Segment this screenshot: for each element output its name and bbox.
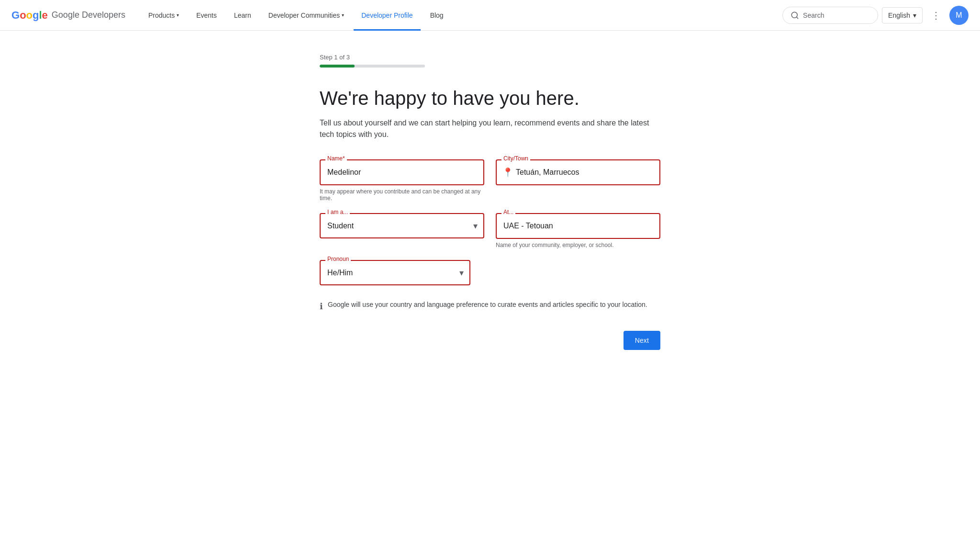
iam-field-group: I am a... Student Professional Educator …	[320, 213, 484, 238]
search-box[interactable]: Search	[782, 7, 878, 24]
language-button[interactable]: English ▾	[882, 7, 923, 23]
name-group: Name* It may appear where you contribute…	[320, 159, 484, 202]
page-subheading: Tell us about yourself and we can start …	[320, 117, 660, 140]
form-row-2: I am a... Student Professional Educator …	[320, 213, 660, 248]
progress-bar	[320, 65, 425, 68]
city-label: City/Town	[501, 155, 530, 162]
nav-link-learn[interactable]: Learn	[226, 0, 259, 31]
main-content: Step 1 of 3 We're happy to have you here…	[308, 31, 672, 388]
step-label: Step 1 of 3	[320, 54, 660, 61]
nav-logo[interactable]: Google Google Developers	[11, 9, 125, 22]
nav-link-communities[interactable]: Developer Communities ▾	[261, 0, 352, 31]
chevron-down-icon: ▾	[177, 12, 179, 18]
page-heading: We're happy to have you here.	[320, 87, 660, 110]
city-input[interactable]	[496, 159, 660, 185]
name-field-group: Name*	[320, 159, 484, 185]
at-label: At...	[501, 209, 515, 215]
nav-logo-text: Google Developers	[52, 10, 125, 20]
main-nav: Google Google Developers Products ▾ Even…	[0, 0, 980, 31]
form-row-1: Name* It may appear where you contribute…	[320, 159, 660, 202]
iam-label: I am a...	[325, 209, 350, 215]
search-placeholder: Search	[803, 11, 824, 19]
at-field-group: At...	[496, 213, 660, 239]
search-icon	[791, 11, 799, 20]
city-group: City/Town 📍	[496, 159, 660, 202]
name-label: Name*	[325, 155, 347, 162]
pronoun-field-group: Pronoun He/Him She/Her They/Them Prefer …	[320, 260, 470, 285]
svg-line-1	[797, 17, 798, 18]
info-note: ℹ Google will use your country and langu…	[320, 301, 660, 312]
next-button[interactable]: Next	[624, 331, 660, 350]
info-icon: ℹ	[320, 301, 323, 312]
nav-links: Products ▾ Events Learn Developer Commun…	[141, 0, 782, 31]
nav-link-products[interactable]: Products ▾	[141, 0, 187, 31]
pronoun-label: Pronoun	[325, 256, 351, 262]
avatar[interactable]: M	[949, 6, 969, 25]
progress-bar-fill	[320, 65, 355, 68]
chevron-down-icon: ▾	[913, 11, 916, 19]
at-input[interactable]	[496, 213, 660, 239]
google-logo: Google	[11, 9, 48, 22]
iam-select[interactable]: Student Professional Educator Hobbyist O…	[320, 213, 484, 238]
name-input[interactable]	[320, 159, 484, 185]
at-group: At... Name of your community, employer, …	[496, 213, 660, 248]
chevron-down-icon: ▾	[342, 12, 344, 18]
city-field-group: City/Town 📍	[496, 159, 660, 185]
at-hint: Name of your community, employer, or sch…	[496, 242, 660, 248]
nav-right: Search English ▾ ⋮ M	[782, 6, 969, 25]
more-options-button[interactable]: ⋮	[926, 6, 946, 25]
nav-link-blog[interactable]: Blog	[423, 0, 451, 31]
nav-link-events[interactable]: Events	[189, 0, 224, 31]
nav-link-profile[interactable]: Developer Profile	[354, 0, 420, 31]
iam-group: I am a... Student Professional Educator …	[320, 213, 484, 248]
pronoun-group: Pronoun He/Him She/Her They/Them Prefer …	[320, 260, 470, 285]
location-icon: 📍	[502, 167, 513, 178]
name-hint: It may appear where you contribute and c…	[320, 188, 484, 202]
pronoun-select[interactable]: He/Him She/Her They/Them Prefer not to s…	[320, 260, 470, 285]
